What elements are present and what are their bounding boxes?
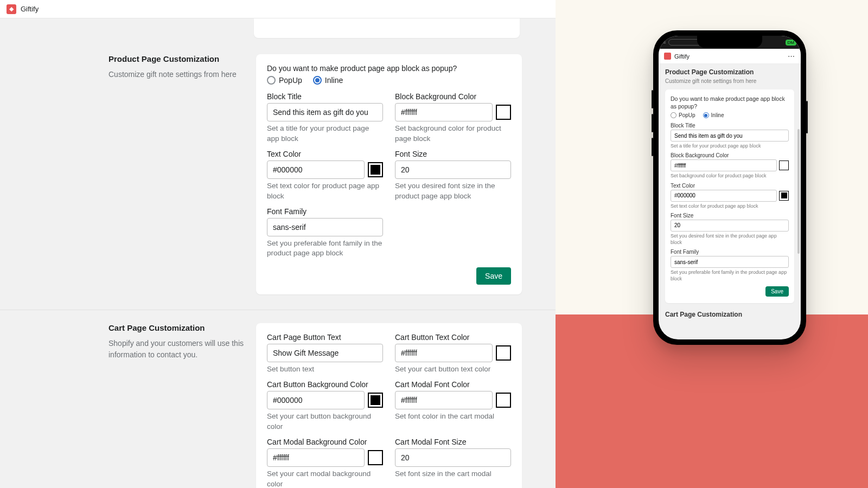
phone-screen: ≡ DM Giftify ⋯ Product Page Customizatio…: [659, 36, 801, 339]
mobile-app-name: Giftify: [674, 53, 690, 60]
mobile-body: Product Page Customization Customize gif…: [659, 64, 801, 339]
m-label-bg: Block Background Color: [671, 152, 789, 158]
scrollbar[interactable]: [797, 129, 800, 254]
swatch-block-bg[interactable]: [496, 105, 511, 120]
help-text-color: Set text color for product page app bloc…: [267, 181, 383, 202]
m-input-text-color[interactable]: [671, 190, 777, 202]
swatch-text-color[interactable]: [368, 162, 383, 177]
input-font-family[interactable]: [267, 218, 383, 236]
input-cart-btn-bg[interactable]: [267, 391, 365, 409]
m-input-bg[interactable]: [671, 159, 777, 171]
previous-card-stub: [254, 18, 520, 38]
label-cart-modal-size: Cart Modal Font Size: [395, 438, 511, 446]
app-topbar: ◆ Giftify: [0, 0, 556, 18]
app-name: Giftify: [21, 5, 39, 13]
label-cart-btn-bg: Cart Button Background Color: [267, 380, 383, 389]
m-label-text-color: Text Color: [671, 183, 789, 189]
section-cart-title: Cart Page Customization: [108, 323, 245, 332]
radio-inline[interactable]: Inline: [313, 76, 343, 85]
field-block-title: Block Title Set a title for your product…: [267, 92, 383, 144]
label-block-bg: Block Background Color: [395, 92, 511, 101]
app-logo-icon: ◆: [7, 4, 16, 14]
product-card: Do you want to make product page app blo…: [256, 54, 522, 294]
m-help-font-size: Set you desired font size in the product…: [671, 233, 789, 246]
label-cart-btn-color: Cart Button Text Color: [395, 333, 511, 342]
field-font-family: Font Family Set you preferable font fami…: [267, 207, 383, 259]
radio-popup[interactable]: PopUp: [267, 76, 302, 85]
m-input-font-family[interactable]: [671, 256, 789, 268]
help-cart-modal-font: Set font color in the cart modal: [395, 412, 511, 422]
field-cart-btn-bg: Cart Button Background Color Set your ca…: [267, 380, 383, 432]
m-input-block-title[interactable]: [671, 130, 789, 142]
swatch-cart-modal-bg[interactable]: [368, 450, 383, 465]
radio-icon: [313, 76, 322, 85]
hamburger-icon: ≡: [663, 40, 666, 45]
input-cart-btn-color[interactable]: [395, 344, 493, 362]
help-block-bg: Set background color for product page bl…: [395, 124, 511, 144]
color-swatch-icon: [499, 348, 508, 358]
input-cart-modal-size[interactable]: [395, 448, 511, 467]
m-section-desc: Customize gift note settings from here: [665, 78, 794, 84]
color-swatch-icon: [371, 165, 380, 175]
input-cart-btn-text[interactable]: [267, 344, 383, 362]
more-icon[interactable]: ⋯: [788, 53, 795, 60]
input-text-color[interactable]: [267, 160, 365, 179]
content: Product Page Customization Customize gif…: [0, 18, 556, 488]
section-product: Product Page Customization Customize gif…: [0, 54, 556, 310]
m-help-text-color: Set text color for product page app bloc…: [671, 203, 789, 209]
desktop-pane: ◆ Giftify Product Page Customization Cus…: [0, 0, 556, 488]
section-cart-meta: Cart Page Customization Shopify and your…: [108, 323, 245, 488]
color-swatch-icon: [781, 192, 787, 198]
section-product-meta: Product Page Customization Customize gif…: [108, 54, 245, 294]
help-cart-btn-color: Set your cart button text color: [395, 364, 511, 375]
m-save-button[interactable]: Save: [765, 286, 789, 297]
input-block-title[interactable]: [267, 103, 383, 121]
help-block-title: Set a title for your product page app bl…: [267, 124, 383, 144]
m-swatch-text-color[interactable]: [779, 191, 789, 201]
radio-icon: [703, 112, 709, 118]
m-radio-inline[interactable]: Inline: [703, 112, 724, 118]
m-cart-title: Cart Page Customization: [665, 311, 794, 318]
help-cart-modal-size: Set font size in the cart modal: [395, 469, 511, 479]
cart-card: Cart Page Button Text Set button text Ca…: [256, 323, 522, 488]
input-font-size[interactable]: [395, 160, 511, 179]
help-cart-btn-text: Set button text: [267, 364, 383, 375]
field-block-bg: Block Background Color Set background co…: [395, 92, 511, 144]
color-swatch-icon: [371, 395, 380, 405]
radio-inline-label: Inline: [325, 76, 343, 85]
product-question: Do you want to make product page app blo…: [267, 64, 511, 73]
label-cart-modal-bg: Cart Modal Background Color: [267, 438, 383, 446]
swatch-cart-btn-color[interactable]: [496, 345, 511, 361]
label-font-size: Font Size: [395, 150, 511, 158]
radio-popup-label: PopUp: [279, 76, 302, 85]
field-font-size: Font Size Set you desired font size in t…: [395, 150, 511, 202]
m-label-font-family: Font Family: [671, 249, 789, 255]
input-block-bg[interactable]: [395, 103, 493, 121]
m-section-title: Product Page Customization: [665, 68, 794, 76]
label-font-family: Font Family: [267, 207, 383, 216]
m-help-font-family: Set you preferable font family in the pr…: [671, 269, 789, 282]
m-label-font-size: Font Size: [671, 213, 789, 219]
m-radio-popup[interactable]: PopUp: [671, 112, 695, 118]
m-product-card: Do you want to make product page app blo…: [665, 89, 794, 303]
preview-pane: ≡ DM Giftify ⋯ Product Page Customizatio…: [556, 0, 868, 488]
section-cart-desc: Shopify and your customers will use this…: [108, 338, 245, 360]
swatch-cart-btn-bg[interactable]: [368, 393, 383, 408]
input-cart-modal-bg[interactable]: [267, 448, 365, 467]
m-radio-popup-label: PopUp: [679, 112, 695, 118]
m-input-font-size[interactable]: [671, 220, 789, 232]
field-cart-modal-bg: Cart Modal Background Color Set your car…: [267, 438, 383, 488]
phone-frame: ≡ DM Giftify ⋯ Product Page Customizatio…: [653, 30, 806, 345]
help-font-family: Set you preferable font family in the pr…: [267, 239, 383, 259]
label-text-color: Text Color: [267, 150, 383, 158]
input-cart-modal-font[interactable]: [395, 391, 493, 409]
m-help-block-title: Set a title for your product page app bl…: [671, 143, 789, 149]
m-radio-inline-label: Inline: [711, 112, 724, 118]
color-swatch-icon: [781, 163, 787, 169]
save-button-product[interactable]: Save: [476, 267, 511, 285]
help-cart-modal-bg: Set your cart modal background color: [267, 469, 383, 488]
m-swatch-bg[interactable]: [779, 160, 789, 170]
swatch-cart-modal-font[interactable]: [496, 393, 511, 408]
color-swatch-icon: [499, 107, 508, 117]
section-product-desc: Customize gift note settings from here: [108, 69, 245, 80]
